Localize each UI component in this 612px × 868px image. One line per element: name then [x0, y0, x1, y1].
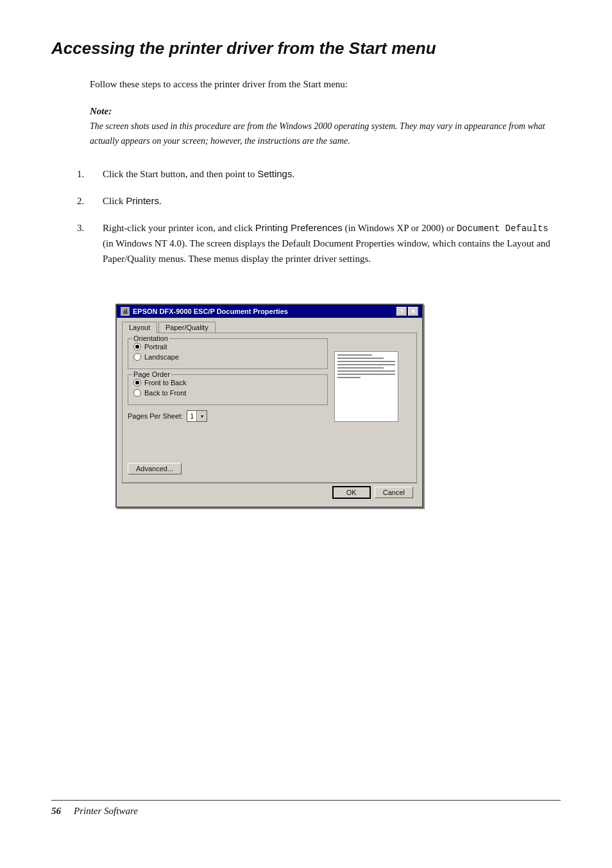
dialog-titlebar-left: 🖨 EPSON DFX-9000 ESC/P Document Properti… — [121, 307, 288, 316]
page-order-back-radio[interactable] — [133, 389, 141, 397]
note-block: Note: The screen shots used in this proc… — [90, 106, 561, 148]
tab-content-layout: Orientation Portrait Landscape — [122, 333, 417, 483]
step-1-settings: Settings — [257, 168, 292, 179]
tab-paper-quality[interactable]: Paper/Quality — [158, 322, 216, 333]
step-2-printers: Printers — [126, 195, 159, 206]
dialog-title-icon: 🖨 — [121, 307, 130, 316]
orientation-portrait-row[interactable]: Portrait — [133, 343, 322, 351]
dialog-titlebar: 🖨 EPSON DFX-9000 ESC/P Document Properti… — [117, 305, 422, 318]
pages-per-sheet-select[interactable]: 1 ▼ — [187, 410, 207, 422]
page: Accessing the printer driver from the St… — [0, 0, 612, 868]
page-order-group: Page Order Front to Back Back to Front — [128, 374, 328, 405]
step-1-text: Click the Start button, and then point t… — [103, 166, 561, 182]
page-order-front-radio[interactable] — [133, 379, 141, 386]
page-order-front-row[interactable]: Front to Back — [133, 379, 322, 386]
dialog-footer: OK Cancel — [122, 483, 417, 501]
advanced-button[interactable]: Advanced... — [128, 463, 182, 474]
steps-list: 1. Click the Start button, and then poin… — [51, 166, 561, 278]
orientation-landscape-label: Landscape — [144, 353, 179, 361]
pages-per-sheet-label: Pages Per Sheet: — [128, 412, 183, 420]
pages-per-sheet-arrow[interactable]: ▼ — [196, 411, 207, 421]
preview-line-6 — [337, 370, 395, 372]
page-title: Accessing the printer driver from the St… — [51, 39, 561, 58]
step-3-doc-defaults: Document Defaults — [457, 223, 548, 234]
preview-box — [334, 351, 398, 422]
page-order-back-label: Back to Front — [144, 389, 186, 397]
pages-per-sheet-row: Pages Per Sheet: 1 ▼ — [128, 410, 328, 422]
orientation-group: Orientation Portrait Landscape — [128, 338, 328, 369]
step-3: 3. Right-click your printer icon, and cl… — [77, 220, 561, 266]
step-3-printing-pref: Printing Preferences — [255, 222, 343, 233]
pages-per-sheet-value: 1 — [187, 412, 196, 420]
step-3-text: Right-click your printer icon, and click… — [103, 220, 561, 266]
footer-section-title: Printer Software — [74, 806, 138, 817]
ok-button[interactable]: OK — [332, 486, 371, 499]
step-3-number: 3. — [77, 220, 103, 266]
note-label: Note: — [90, 106, 561, 117]
dialog-tabs: Layout Paper/Quality — [122, 322, 417, 333]
preview-line-1 — [337, 354, 372, 356]
dialog-controls: ? ✕ — [396, 307, 418, 316]
page-order-front-label: Front to Back — [144, 379, 186, 386]
step-2: 2. Click Printers. — [77, 193, 561, 209]
preview-line-3 — [337, 361, 395, 362]
tab-content-inner: Orientation Portrait Landscape — [128, 338, 411, 422]
dialog-help-button[interactable]: ? — [396, 307, 407, 316]
orientation-landscape-radio[interactable] — [133, 353, 141, 361]
orientation-portrait-radio[interactable] — [133, 343, 141, 351]
page-footer: 56 Printer Software — [51, 800, 561, 817]
intro-text: Follow these steps to access the printer… — [90, 76, 561, 92]
footer-page-number: 56 — [51, 806, 61, 817]
step-1-number: 1. — [77, 166, 103, 182]
orientation-portrait-label: Portrait — [144, 343, 167, 351]
dialog-title-text: EPSON DFX-9000 ESC/P Document Properties — [133, 308, 288, 315]
preview-line-7 — [337, 374, 395, 375]
page-order-label: Page Order — [132, 370, 171, 378]
preview-line-4 — [337, 364, 395, 365]
right-panel — [334, 338, 411, 422]
tab-layout[interactable]: Layout — [122, 322, 157, 333]
dialog-empty-area — [128, 422, 411, 460]
dialog-container: 🖨 EPSON DFX-9000 ESC/P Document Properti… — [115, 304, 561, 508]
preview-line-5 — [337, 367, 384, 369]
page-order-back-row[interactable]: Back to Front — [133, 389, 322, 397]
step-2-text: Click Printers. — [103, 193, 561, 209]
dialog-window: 🖨 EPSON DFX-9000 ESC/P Document Properti… — [115, 304, 423, 508]
note-text: The screen shots used in this procedure … — [90, 119, 561, 148]
orientation-landscape-row[interactable]: Landscape — [133, 353, 322, 361]
preview-line-2 — [337, 358, 384, 359]
step-1: 1. Click the Start button, and then poin… — [77, 166, 561, 182]
dialog-body: Layout Paper/Quality Orientation Por — [117, 318, 422, 507]
step-2-number: 2. — [77, 193, 103, 209]
preview-line-8 — [337, 377, 361, 378]
orientation-label: Orientation — [132, 334, 169, 342]
cancel-button[interactable]: Cancel — [375, 487, 413, 498]
left-panel: Orientation Portrait Landscape — [128, 338, 328, 422]
dialog-close-button[interactable]: ✕ — [408, 307, 418, 316]
